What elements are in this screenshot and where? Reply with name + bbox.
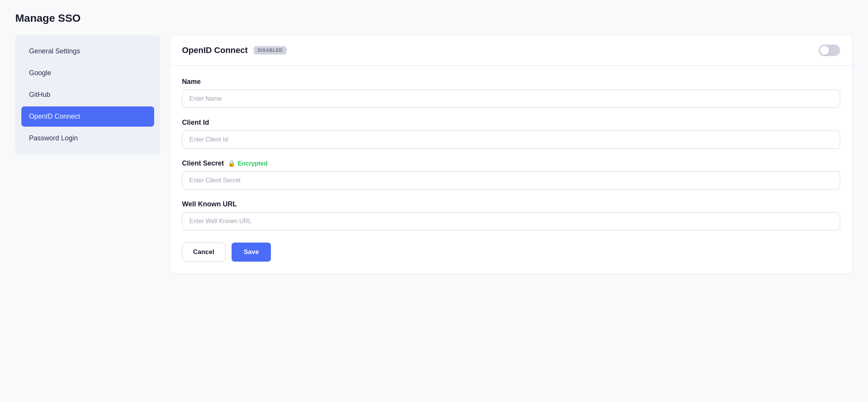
client-id-field-group: Client Id: [182, 119, 840, 149]
name-label: Name: [182, 78, 840, 86]
encrypted-badge: 🔒 Encrypted: [228, 160, 267, 167]
sidebar-item-openid-connect[interactable]: OpenID Connect: [21, 106, 154, 127]
name-field-group: Name: [182, 78, 840, 108]
client-id-input[interactable]: [182, 130, 840, 149]
status-badge: DISABLED: [254, 46, 286, 55]
client-secret-input[interactable]: [182, 171, 840, 190]
sidebar-item-password-login[interactable]: Password Login: [21, 128, 154, 148]
client-secret-field-group: Client Secret 🔒 Encrypted: [182, 159, 840, 190]
page-title: Manage SSO: [15, 12, 853, 24]
form-body: Name Client Id Client Secret 🔒 Encrypted: [170, 66, 852, 243]
well-known-url-input[interactable]: [182, 212, 840, 230]
main-content: OpenID Connect DISABLED Name Client Id C…: [169, 35, 853, 274]
content-header: OpenID Connect DISABLED: [170, 35, 852, 66]
layout: General Settings Google GitHub OpenID Co…: [15, 35, 853, 274]
header-left: OpenID Connect DISABLED: [182, 45, 287, 55]
sidebar-item-google[interactable]: Google: [21, 63, 154, 83]
sidebar-item-general-settings[interactable]: General Settings: [21, 41, 154, 61]
save-button[interactable]: Save: [232, 243, 271, 262]
sidebar-item-github[interactable]: GitHub: [21, 85, 154, 105]
sidebar: General Settings Google GitHub OpenID Co…: [15, 35, 160, 154]
enable-toggle[interactable]: [819, 45, 840, 56]
name-input[interactable]: [182, 90, 840, 108]
cancel-button[interactable]: Cancel: [182, 243, 225, 262]
openid-connect-title: OpenID Connect: [182, 45, 248, 55]
lock-icon: 🔒: [228, 160, 235, 167]
well-known-url-label: Well Known URL: [182, 200, 840, 208]
client-id-label: Client Id: [182, 119, 840, 127]
form-actions: Cancel Save: [170, 243, 852, 274]
client-secret-label: Client Secret 🔒 Encrypted: [182, 159, 840, 167]
well-known-url-field-group: Well Known URL: [182, 200, 840, 230]
